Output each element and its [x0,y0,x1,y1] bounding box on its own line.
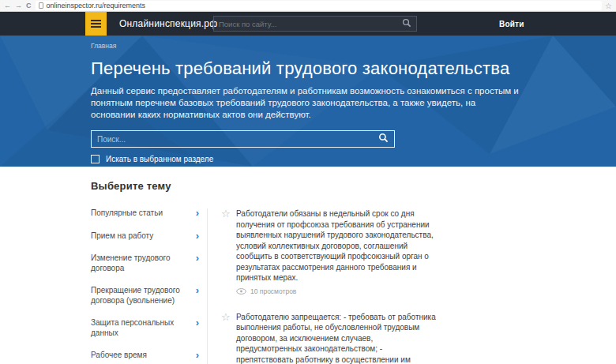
chevron-right-icon: › [196,286,199,295]
views-counter: 10 просмотров [236,287,440,295]
hamburger-menu-button[interactable] [85,12,107,36]
requirement-text[interactable]: Работодатели обязаны в недельный срок со… [236,208,440,283]
chevron-right-icon: › [196,231,199,240]
choose-topic-heading: Выберите тему [91,180,616,192]
header-search-box [213,16,417,32]
forward-icon[interactable]: → [15,2,22,9]
requirements-list: ☆ Работодатели обязаны в недельный срок … [207,208,444,364]
search-icon[interactable] [378,132,389,146]
login-button[interactable]: Войти [499,12,524,36]
sidebar-item-working-time[interactable]: Рабочее время › [91,351,199,361]
views-count: 10 просмотров [250,287,296,295]
checkbox-label: Искать в выбранном разделе [106,155,213,163]
favorite-star-icon[interactable]: ☆ [221,208,236,295]
eye-icon [236,288,246,295]
header-search-input[interactable] [219,20,402,28]
page-title: Перечень требований трудового законодате… [91,58,521,79]
hero-search-box [91,130,395,148]
chevron-right-icon: › [196,318,199,327]
site-header: Онлайнинспекция.рф Войти [0,12,616,36]
requirement-item: ☆ Работодатели обязаны в недельный срок … [221,208,444,295]
refresh-icon[interactable]: C [26,2,32,9]
url-bar[interactable]: onlineinspector.ru/requirements [36,1,603,10]
site-title[interactable]: Онлайнинспекция.рф [119,18,217,29]
topic-sidebar: Популярные статьи › Прием на работу › Из… [91,208,207,364]
search-in-section-checkbox-row[interactable]: Искать в выбранном разделе [91,155,521,163]
search-icon[interactable] [402,17,411,31]
page-description: Данный сервис предоставляет работодателя… [91,85,521,121]
favorite-star-icon[interactable]: ☆ [221,312,236,364]
bookmark-star-icon[interactable]: ☆ [605,2,612,10]
page-icon [39,2,43,9]
back-icon[interactable]: ← [4,2,11,9]
sidebar-item-contract-change[interactable]: Изменение трудового договора › [91,253,199,273]
chevron-right-icon: › [196,351,199,359]
breadcrumb[interactable]: Главная [91,42,521,50]
content-area: Выберите тему Популярные статьи › Прием … [0,167,616,364]
chevron-right-icon: › [196,208,199,217]
requirement-text[interactable]: Работодателю запрещается: - требовать от… [236,312,440,364]
checkbox[interactable] [91,155,100,163]
hero-section: Главная Перечень требований трудового за… [0,36,616,167]
sidebar-item-personal-data[interactable]: Защита персональных данных › [91,318,199,338]
sidebar-item-hiring[interactable]: Прием на работу › [91,231,199,242]
hero-search-input[interactable] [97,135,378,144]
requirement-item: ☆ Работодателю запрещается: - требовать … [221,312,444,364]
sidebar-item-popular-articles[interactable]: Популярные статьи › [91,208,199,219]
chevron-right-icon: › [196,253,199,262]
browser-chrome: ← → C onlineinspector.ru/requirements ☆ [0,0,616,12]
url-text[interactable]: onlineinspector.ru/requirements [47,2,146,9]
sidebar-item-contract-termination[interactable]: Прекращение трудового договора (увольнен… [91,286,199,306]
